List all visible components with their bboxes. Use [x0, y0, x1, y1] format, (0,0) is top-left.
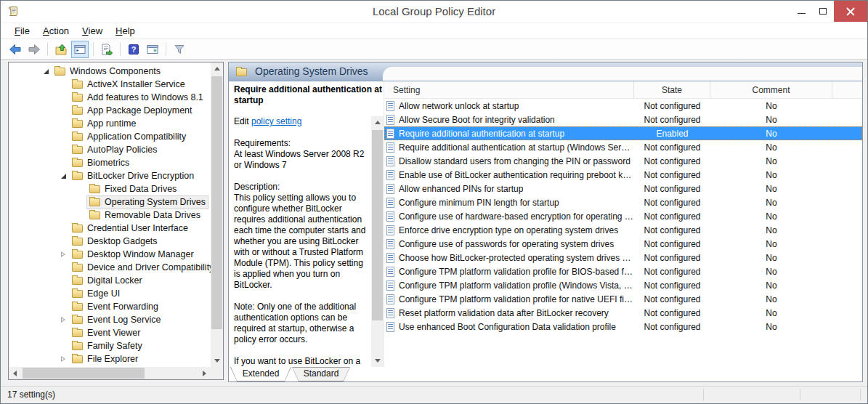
setting-row[interactable]: Configure TPM platform validation profil… — [384, 278, 862, 292]
minimize-button[interactable] — [790, 1, 812, 22]
setting-row[interactable]: Configure use of hardware-based encrypti… — [384, 209, 862, 223]
tree-item-add-features-to-windows-8-1[interactable]: Add features to Windows 8.1 — [9, 91, 211, 104]
folder-icon — [72, 146, 83, 154]
help-button[interactable]: ? — [125, 41, 142, 58]
close-button[interactable] — [834, 1, 867, 22]
arrow-up-icon — [214, 67, 220, 70]
tree-item-windows-components[interactable]: Windows Components — [9, 65, 211, 78]
setting-row[interactable]: Use enhanced Boot Configuration Data val… — [384, 320, 862, 334]
tree-item-activex-installer-service[interactable]: ActiveX Installer Service — [9, 78, 211, 91]
tree-item-label: Fixed Data Drives — [105, 184, 177, 194]
forward-arrow-icon — [28, 44, 41, 55]
menu-view[interactable]: View — [76, 24, 109, 38]
policy-document-icon — [386, 239, 394, 249]
tree-item-label: Windows Components — [70, 66, 161, 76]
policy-setting-link[interactable]: policy setting — [251, 116, 301, 126]
expand-icon[interactable] — [60, 250, 68, 259]
tree-item-removable-data-drives[interactable]: Removable Data Drives — [9, 209, 211, 222]
tree-item-file-explorer[interactable]: File Explorer — [9, 352, 211, 365]
tree-item-biometrics[interactable]: Biometrics — [9, 156, 211, 169]
setting-row[interactable]: Configure use of passwords for operating… — [384, 237, 862, 251]
tree-spacer — [60, 119, 68, 128]
tree-item-label: Desktop Gadgets — [87, 236, 158, 246]
setting-row[interactable]: Disallow standard users from changing th… — [384, 154, 862, 168]
maximize-button[interactable] — [812, 1, 834, 22]
tab-standard[interactable]: Standard — [292, 367, 350, 381]
expand-icon[interactable] — [60, 315, 68, 324]
setting-state: Not configured — [634, 253, 710, 263]
scroll-up-button[interactable] — [211, 62, 223, 75]
scroll-left-button[interactable] — [9, 367, 21, 379]
folder-icon — [72, 172, 83, 180]
title-bar: Local Group Policy Editor — [1, 1, 867, 23]
scroll-right-button[interactable] — [198, 367, 211, 379]
tree-item-credential-user-interface[interactable]: Credential User Interface — [9, 222, 211, 235]
setting-row[interactable]: Configure minimum PIN length for startup… — [384, 195, 862, 209]
scrollbar-thumb[interactable] — [23, 368, 145, 379]
tree-item-app-package-deployment[interactable]: App Package Deployment — [9, 104, 211, 117]
tree-item-edge-ui[interactable]: Edge UI — [9, 287, 211, 300]
setting-row[interactable]: Allow enhanced PINs for startupNot confi… — [384, 182, 862, 195]
tree-item-event-viewer[interactable]: Event Viewer — [9, 326, 211, 339]
tree-item-desktop-gadgets[interactable]: Desktop Gadgets — [9, 235, 211, 248]
setting-row[interactable]: Choose how BitLocker-protected operating… — [384, 251, 862, 264]
tree-vertical-scrollbar[interactable] — [211, 62, 223, 367]
up-one-level-button[interactable] — [52, 41, 70, 58]
tree-item-fixed-data-drives[interactable]: Fixed Data Drives — [9, 182, 211, 195]
description-scrollbar[interactable] — [371, 116, 384, 367]
scroll-down-button[interactable] — [371, 355, 384, 367]
menu-help[interactable]: Help — [109, 24, 142, 38]
expand-collapse-icon[interactable] — [60, 171, 68, 180]
policy-document-icon — [386, 170, 394, 180]
setting-row[interactable]: Require additional authentication at sta… — [384, 126, 862, 140]
setting-state: Not configured — [634, 198, 710, 208]
tree-item-device-and-driver-compatibility[interactable]: Device and Driver Compatibility — [9, 261, 211, 274]
setting-row[interactable]: Configure TPM platform validation profil… — [384, 264, 862, 278]
policy-document-icon — [386, 156, 394, 166]
expand-icon[interactable] — [60, 355, 68, 363]
toolbar-separator — [47, 42, 48, 56]
setting-comment: No — [710, 322, 832, 332]
tree-item-digital-locker[interactable]: Digital Locker — [9, 274, 211, 287]
tree-item-application-compatibility[interactable]: Application Compatibility — [9, 130, 211, 143]
show-action-pane-button[interactable] — [144, 41, 161, 58]
menu-file[interactable]: File — [8, 24, 36, 38]
tree-item-family-safety[interactable]: Family Safety — [9, 339, 211, 352]
policy-document-icon — [386, 225, 394, 235]
show-console-tree-button[interactable] — [71, 41, 89, 58]
setting-row[interactable]: Reset platform validation data after Bit… — [384, 306, 862, 320]
back-button[interactable] — [7, 41, 24, 58]
tree-item-event-log-service[interactable]: Event Log Service — [9, 313, 211, 326]
setting-row[interactable]: Enable use of BitLocker authentication r… — [384, 168, 862, 182]
setting-comment: No — [710, 211, 832, 222]
menu-action[interactable]: Action — [36, 24, 76, 38]
tree-item-bitlocker-drive-encryption[interactable]: BitLocker Drive Encryption — [9, 169, 211, 182]
setting-row[interactable]: Allow network unlock at startupNot confi… — [384, 99, 862, 113]
scrollbar-thumb[interactable] — [211, 76, 222, 329]
setting-row[interactable]: Require additional authentication at sta… — [384, 140, 862, 154]
scrollbar-thumb[interactable] — [372, 130, 383, 320]
tree-item-autoplay-policies[interactable]: AutoPlay Policies — [9, 143, 211, 156]
tree-item-operating-system-drives[interactable]: Operating System Drives — [9, 195, 211, 209]
setting-row[interactable]: Enforce drive encryption type on operati… — [384, 223, 862, 237]
policy-document-icon — [386, 253, 394, 263]
expand-collapse-icon[interactable] — [42, 67, 50, 76]
status-divider — [860, 389, 861, 400]
tree-item-event-forwarding[interactable]: Event Forwarding — [9, 300, 211, 313]
tab-extended[interactable]: Extended — [230, 367, 291, 381]
filter-button[interactable] — [171, 41, 188, 58]
export-list-button[interactable] — [98, 41, 115, 58]
column-header-state[interactable]: State — [634, 81, 710, 98]
action-pane-icon — [147, 44, 158, 55]
tree-horizontal-scrollbar[interactable] — [9, 367, 211, 379]
scroll-up-button[interactable] — [371, 116, 384, 129]
column-header-setting[interactable]: Setting — [384, 81, 634, 98]
tree-item-app-runtime[interactable]: App runtime — [9, 117, 211, 130]
tree-spacer — [60, 302, 68, 311]
setting-row[interactable]: Allow Secure Boot for integrity validati… — [384, 113, 862, 126]
tree-item-desktop-window-manager[interactable]: Desktop Window Manager — [9, 248, 211, 261]
forward-button[interactable] — [25, 41, 43, 58]
scroll-down-button[interactable] — [211, 355, 223, 367]
column-header-comment[interactable]: Comment — [710, 81, 832, 98]
setting-row[interactable]: Configure TPM platform validation profil… — [384, 292, 862, 306]
